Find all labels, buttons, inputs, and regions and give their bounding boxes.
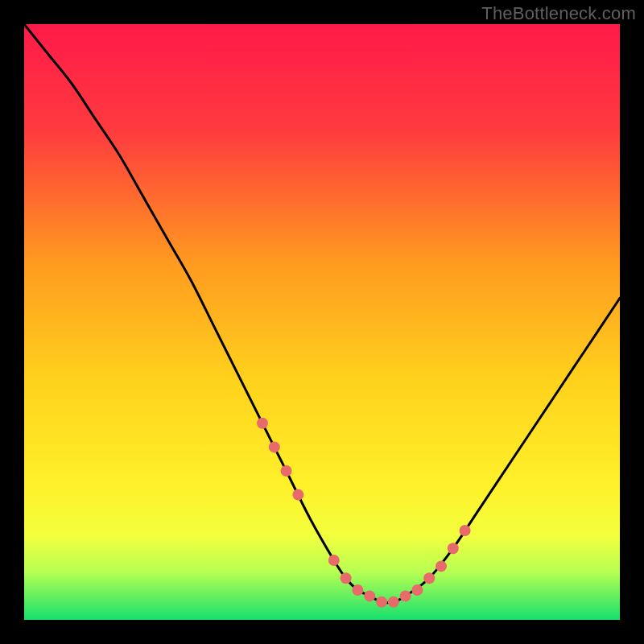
gradient-background xyxy=(24,24,620,620)
chart-frame xyxy=(24,24,620,620)
marker-point xyxy=(388,597,399,608)
marker-point xyxy=(257,418,268,429)
watermark-text: TheBottleneck.com xyxy=(481,3,636,24)
marker-point xyxy=(436,560,447,572)
marker-point xyxy=(411,584,423,596)
marker-point xyxy=(400,590,411,601)
marker-point xyxy=(269,441,280,452)
marker-point xyxy=(376,597,387,608)
marker-point xyxy=(448,543,459,554)
marker-point xyxy=(460,525,471,536)
marker-point xyxy=(364,590,375,601)
marker-point xyxy=(341,572,352,584)
bottleneck-chart xyxy=(24,24,620,620)
marker-point xyxy=(352,584,363,596)
marker-point xyxy=(423,572,435,584)
marker-point xyxy=(292,489,303,501)
marker-point xyxy=(328,555,340,566)
marker-point xyxy=(281,465,292,477)
